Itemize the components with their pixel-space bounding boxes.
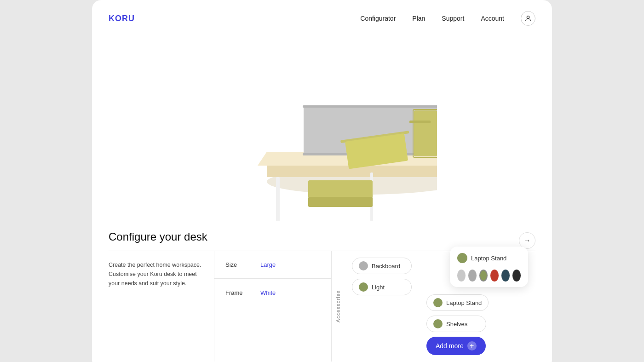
nav-support[interactable]: Support <box>442 15 464 22</box>
backboard-dot <box>359 261 368 270</box>
popup-container: Laptop Stand <box>419 251 535 258</box>
swatch-olive[interactable] <box>479 270 488 282</box>
logo: KORU <box>109 14 135 23</box>
svg-rect-2 <box>276 177 280 221</box>
frame-label: Frame <box>225 289 253 296</box>
laptop-stand-dot <box>433 298 443 307</box>
accessory-laptop-stand[interactable]: Laptop Stand <box>426 294 489 311</box>
nav-plan[interactable]: Plan <box>412 15 425 22</box>
add-more-button[interactable]: Add more + <box>426 337 486 355</box>
swatch-mid-gray[interactable] <box>468 270 477 282</box>
swatch-dark-blue[interactable] <box>501 270 510 282</box>
desk-scene <box>207 41 437 216</box>
size-label: Size <box>225 261 253 268</box>
frame-option-row: Frame White <box>214 279 331 306</box>
accessory-light[interactable]: Light <box>352 279 412 295</box>
nav-account[interactable]: Account <box>481 15 504 22</box>
popup-title: Laptop Stand <box>471 255 506 262</box>
options-column: Size Large Frame White <box>214 251 331 362</box>
description-text: Create the perfect home workspace. Custo… <box>109 260 205 288</box>
frame-value[interactable]: White <box>260 289 276 296</box>
svg-rect-15 <box>414 110 437 156</box>
accessories-grid: Backboard Light <box>345 251 419 362</box>
laptop-stand-label: Laptop Stand <box>446 299 482 306</box>
laptop-stand-popup: Laptop Stand <box>450 247 528 287</box>
accessories-label: Accessories <box>331 251 345 362</box>
backboard-label: Backboard <box>372 263 400 270</box>
accessories-column: Accessories Backboard Light <box>331 251 419 362</box>
accessory-backboard[interactable]: Backboard <box>352 258 412 274</box>
main-card: KORU Configurator Plan Support Account <box>92 0 552 362</box>
swatch-dark[interactable] <box>512 270 521 282</box>
light-label: Light <box>372 284 385 291</box>
nav: Configurator Plan Support Account <box>360 11 535 26</box>
header: KORU Configurator Plan Support Account <box>92 0 552 37</box>
configure-title: Configure your desk <box>109 230 207 243</box>
light-dot <box>359 282 368 292</box>
color-swatches <box>457 270 521 282</box>
size-value[interactable]: Large <box>260 261 276 268</box>
configure-bottom: Create the perfect home workspace. Custo… <box>109 251 535 362</box>
configure-section: Configure your desk → Create the perfect… <box>92 221 552 362</box>
svg-rect-17 <box>409 121 431 123</box>
plus-icon: + <box>467 341 477 351</box>
shelves-dot <box>433 319 443 328</box>
product-view <box>92 37 552 221</box>
popup-title-row: Laptop Stand <box>457 253 521 263</box>
right-area: Laptop Stand <box>419 251 535 362</box>
desk-svg <box>207 41 437 221</box>
popup-dot <box>457 253 467 263</box>
add-more-label: Add more <box>436 342 464 350</box>
swatch-light-gray[interactable] <box>457 270 466 282</box>
description-column: Create the perfect home workspace. Custo… <box>109 251 214 362</box>
size-option-row: Size Large <box>214 251 331 279</box>
svg-rect-9 <box>308 197 373 207</box>
shelves-label: Shelves <box>446 321 467 328</box>
svg-rect-8 <box>308 180 373 198</box>
svg-rect-11 <box>303 105 437 108</box>
accessory-shelves[interactable]: Shelves <box>426 316 486 332</box>
account-icon[interactable] <box>521 11 535 26</box>
nav-configurator[interactable]: Configurator <box>360 15 396 22</box>
swatch-red[interactable] <box>490 270 499 282</box>
svg-point-0 <box>527 16 529 18</box>
